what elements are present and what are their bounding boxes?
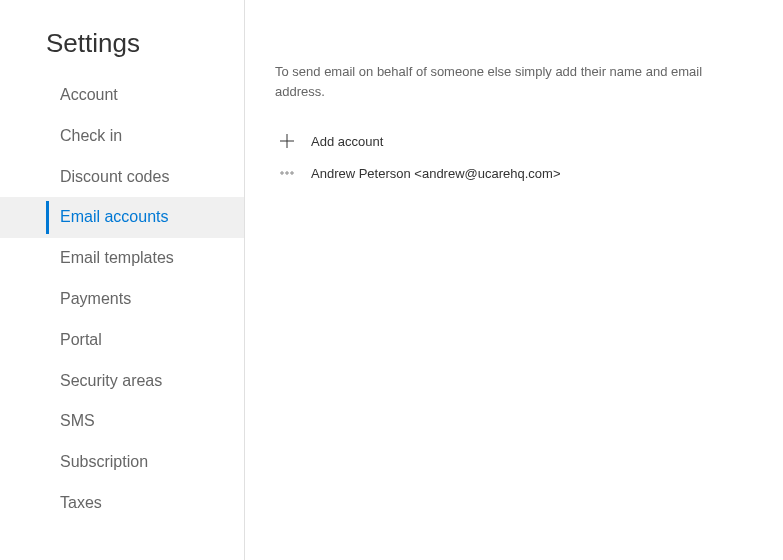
sidebar-item-email-accounts[interactable]: Email accounts bbox=[0, 197, 244, 238]
sidebar-item-security-areas[interactable]: Security areas bbox=[0, 361, 244, 402]
svg-point-4 bbox=[291, 172, 293, 174]
sidebar-item-discount-codes[interactable]: Discount codes bbox=[0, 157, 244, 198]
add-account-button[interactable]: Add account bbox=[275, 125, 751, 157]
sidebar-item-sms[interactable]: SMS bbox=[0, 401, 244, 442]
account-label: Andrew Peterson <andrew@ucarehq.com> bbox=[311, 166, 561, 181]
svg-point-3 bbox=[286, 172, 288, 174]
sidebar-item-portal[interactable]: Portal bbox=[0, 320, 244, 361]
main-content: To send email on behalf of someone else … bbox=[245, 0, 783, 560]
plus-icon bbox=[279, 133, 295, 149]
add-account-label: Add account bbox=[311, 134, 383, 149]
sidebar-item-payments[interactable]: Payments bbox=[0, 279, 244, 320]
sidebar: Settings Account Check in Discount codes… bbox=[0, 0, 245, 560]
more-icon bbox=[279, 165, 295, 181]
sidebar-item-check-in[interactable]: Check in bbox=[0, 116, 244, 157]
sidebar-item-taxes[interactable]: Taxes bbox=[0, 483, 244, 524]
sidebar-item-subscription[interactable]: Subscription bbox=[0, 442, 244, 483]
page-title: Settings bbox=[0, 28, 244, 59]
sidebar-item-account[interactable]: Account bbox=[0, 75, 244, 116]
sidebar-item-email-templates[interactable]: Email templates bbox=[0, 238, 244, 279]
description-text: To send email on behalf of someone else … bbox=[275, 62, 735, 101]
nav-list: Account Check in Discount codes Email ac… bbox=[0, 75, 244, 524]
account-row[interactable]: Andrew Peterson <andrew@ucarehq.com> bbox=[275, 157, 751, 189]
svg-point-2 bbox=[281, 172, 283, 174]
